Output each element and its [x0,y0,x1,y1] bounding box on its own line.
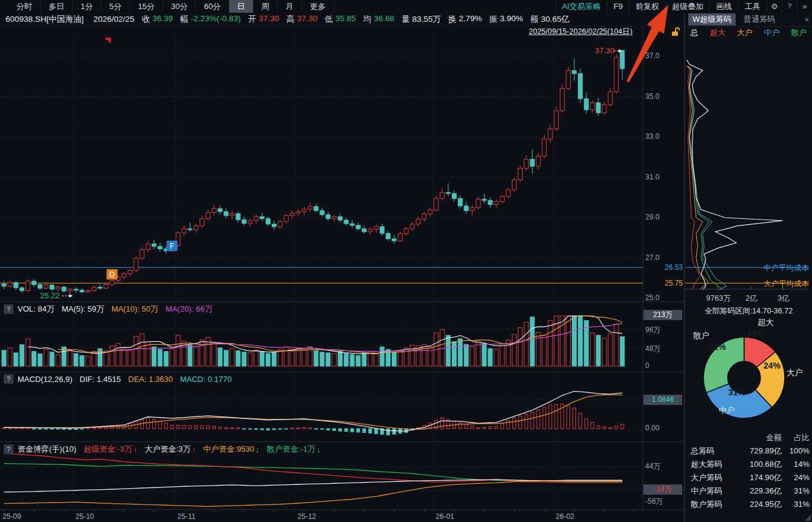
panel-separator [0,301,684,302]
chip-series-tab-超大[interactable]: 超大 [710,27,725,38]
volume-header-item-0: VOL: 84万 [18,304,55,315]
period-tab-周[interactable]: 周 [253,0,278,13]
menu-工具[interactable]: 工具 [738,0,767,13]
macd-badge: 1.0846 [643,395,682,405]
close-icon[interactable]: × [804,15,809,24]
time-tick [424,510,424,512]
chip-table-row: 大户筹码174.90亿24% [685,471,812,484]
donut-pct-中户: 31% [728,387,745,397]
quote-value-低: 35.85 [335,14,356,25]
donut-pct-超大: 14% [747,328,764,338]
time-tick [244,510,244,512]
time-tick [124,510,124,512]
fund-header-item-0: 资金博弈(手)(10) [18,444,76,455]
time-tick [4,510,4,512]
svg-text:37.30: 37.30 [595,46,615,55]
quote-label-量: 量 [401,14,410,25]
menu-画线[interactable]: 画线 [710,0,738,13]
tab-normal-chip[interactable]: 普通筹码 [739,13,779,25]
more-icon[interactable]: » [797,0,812,13]
volume-header-item-1: MA(5): 59万 [62,304,104,315]
time-tick [304,510,304,512]
time-tick [154,510,155,512]
trade-date: 2026/02/25 [93,15,135,24]
avg-cost-value-0: 26.53 [661,263,683,272]
svg-text:F: F [170,242,174,250]
time-tick [634,510,635,512]
chip-panel-tabs: W超级筹码 普通筹码 × [685,13,812,27]
chip-range-text: 全部筹码区间:14.70-36.72 [685,306,812,316]
fund-trend-arrow-2: ↑ [192,445,196,454]
macd-header-item-3: MACD: 0.1770 [180,375,232,384]
menu-前复权[interactable]: 前复权 [629,0,665,13]
period-tab-30分[interactable]: 30分 [163,0,196,13]
chip-series-tab-中户[interactable]: 中户 [764,27,780,38]
fund-badge: -14万 [643,484,682,495]
period-tab-多日[interactable]: 多日 [41,0,73,13]
gear-icon[interactable]: ⚙ [767,0,782,13]
quote-label-振: 振 [489,14,498,25]
time-tick [274,510,275,512]
donut-pct-大户: 24% [763,361,780,370]
time-tick [574,510,575,512]
quote-label-换: 换 [448,14,457,25]
period-tab-月[interactable]: 月 [278,0,302,13]
price-tick-25: 25.0 [645,293,659,302]
panel-separator [0,372,684,372]
volume-tick-1: 48万 [645,344,660,354]
help-icon[interactable]: ? [782,0,797,13]
donut-label-散户: 散户 [693,330,710,341]
info-bar: 600938.SH[中国海油] 2026/02/25 收36.39幅-2.23%… [0,13,684,26]
time-tick [94,510,95,512]
fund-tick-1: -56万 [645,497,663,507]
volume-help-icon[interactable]: ? [4,304,13,314]
price-tick-35: 35.0 [645,92,659,101]
app-window: 分时多日1分5分15分30分60分日周月更多 AI交易策略F9前复权超级叠加画线… [0,0,812,522]
menu-F9[interactable]: F9 [607,0,629,13]
chip-series-tab-大户[interactable]: 大户 [737,27,753,38]
symbol-name[interactable]: 600938.SH[中国海油] [5,14,84,25]
fund-header-item-4: 散户资金:-1万 [267,444,315,455]
quote-value-幅: -2.23%(-0.83) [190,14,241,25]
chip-distribution-chart[interactable] [685,39,809,290]
fund-help-icon[interactable]: ? [4,444,13,454]
time-tick [214,510,215,512]
chip-series-tab-散户[interactable]: 散户 [791,27,807,38]
avg-cost-label-0: 中户平均成本 [754,263,809,273]
period-tab-日[interactable]: 日 [229,0,253,13]
resize-grip[interactable] [805,515,811,521]
menu-AI交易策略[interactable]: AI交易策略 [555,0,607,13]
menu-超级叠加[interactable]: 超级叠加 [665,0,710,13]
date-range-link[interactable]: 2025/09/15-2026/02/25(104日) [529,27,632,37]
time-tick [34,510,35,512]
period-tab-1分[interactable]: 1分 [73,0,101,13]
period-tab-15分[interactable]: 15分 [130,0,163,13]
svg-text:25.22: 25.22 [40,291,60,300]
time-axis: 25-0925-1025-1125-1226-0126-02 [0,509,684,522]
quote-label-高: 高 [286,14,295,25]
time-tick [364,510,364,512]
chip-xtick-1: 2亿 [737,293,765,304]
period-tab-更多[interactable]: 更多 [302,0,334,13]
quote-value-开: 37.30 [258,14,279,25]
tab-super-chip[interactable]: W超级筹码 [688,13,736,25]
donut-label-大户: 大户 [787,367,803,378]
price-chart[interactable]: DF25.2237.30 [0,25,684,301]
macd-help-icon[interactable]: ? [4,374,13,384]
period-tab-分时[interactable]: 分时 [8,0,41,13]
time-tick [184,510,184,512]
lock-open-icon[interactable] [671,27,680,36]
chip-series-tab-总[interactable]: 总 [690,27,698,38]
donut-label-中户: 中户 [719,405,735,416]
top-right-menu: AI交易策略F9前复权超级叠加画线工具⚙?» [555,0,812,13]
period-tab-60分[interactable]: 60分 [196,0,229,13]
holder-donut-chart [685,327,812,437]
price-tick-29: 29.0 [645,213,659,221]
quote-label-开: 开 [248,14,257,25]
chip-series-tabs: 总超大大户中户散户 [685,26,812,39]
period-tab-5分[interactable]: 5分 [101,0,130,13]
chip-xtick-2: 3亿 [770,293,797,304]
time-tick [64,510,64,512]
fund-header: ?资金博弈(手)(10)超级资金:-3万↑大户资金:3万↑中户资金:9530↓散… [4,444,328,455]
time-label-26-01: 26-01 [435,512,454,521]
